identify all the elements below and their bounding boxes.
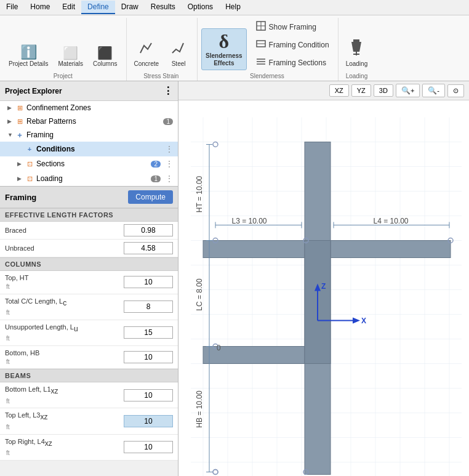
confinement-expander[interactable]: ▶ [7,105,15,111]
conditions-label: Conditions [36,145,163,153]
props-title: Framing [5,193,36,202]
top-right-label: Top Right, L4xzft [5,437,121,458]
menu-draw[interactable]: Draw [115,1,145,14]
unbraced-input[interactable] [124,242,173,254]
ribbon: ℹ️ Project Details ⬜ Materials ⬛ Columns… [0,15,469,81]
top-left-label: Top Left, L3xzft [5,411,121,431]
props-header: Framing Compute [0,187,178,208]
left-beam-top [203,241,305,258]
slenderness-group-label: Slenderness [201,70,333,79]
loading-buttons: Loading [342,19,372,70]
framing-condition-button[interactable]: Framing Condition [252,37,333,52]
3d-view-button[interactable]: 3D [374,84,393,97]
braced-label: Braced [5,226,121,235]
tree-item-rebar[interactable]: ▶ ⊞ Rebar Patterns 1 [0,115,178,128]
materials-button[interactable]: ⬜ Materials [54,44,87,70]
slenderness-button[interactable]: δ SlendernessEffects [201,28,246,70]
zoom-out-button[interactable]: 🔍- [422,84,445,97]
columns-icon: ⬛ [97,47,113,59]
bottom-left-input[interactable] [124,389,173,401]
stress-buttons: Concrete Steel [130,19,193,70]
bottom-hb-input[interactable] [124,351,173,363]
tree-item-sections[interactable]: ▶ ⊡ Sections 2 ⋮ [0,156,178,171]
menu-edit[interactable]: Edit [56,1,81,14]
show-framing-button[interactable]: Show Framing [252,19,333,34]
confinement-label: Confinement Zones [26,103,175,112]
loading-tree-icon: ⊡ [25,174,34,184]
ribbon-group-slenderness: δ SlendernessEffects Show Framing Framin… [199,18,339,81]
loading-button[interactable]: Loading [342,36,372,70]
ribbon-group-loading: Loading Loading [340,18,377,81]
tree-item-loading[interactable]: ▶ ⊡ Loading 1 ⋮ [0,171,178,186]
explorer-menu-icon[interactable]: ⋮ [163,85,173,97]
top-left-input[interactable] [124,415,173,427]
rebar-expander[interactable]: ▶ [7,118,15,124]
loading-menu[interactable]: ⋮ [163,173,175,184]
project-buttons: ℹ️ Project Details ⬜ Materials ⬛ Columns [5,19,121,70]
concrete-label: Concrete [134,60,159,68]
tree-item-confinement[interactable]: ▶ ⊞ Confinement Zones [0,101,178,115]
prop-unsupported: Unsupported Length, Luft [0,320,178,346]
xz-view-button[interactable]: XZ [329,84,349,97]
rebar-icon: ⊞ [15,116,25,126]
fit-view-button[interactable]: ⊙ [447,84,464,97]
rebar-label: Rebar Patterns [26,117,163,126]
menubar: File Home Edit Define Draw Results Optio… [0,0,469,15]
unsupported-input[interactable] [124,326,173,339]
tree-item-conditions[interactable]: + Conditions ⋮ [0,142,178,156]
steel-label: Steel [172,60,186,68]
beams-header: BEAMS [0,369,178,382]
columns-label: Columns [93,60,117,68]
total-cc-input[interactable] [124,301,173,313]
menu-options[interactable]: Options [182,1,219,14]
slenderness-icon: δ [219,31,230,51]
yz-view-button[interactable]: YZ [351,84,371,97]
loading-tree-expander[interactable]: ▶ [17,175,25,182]
zoom-in-icon: 🔍 [401,86,411,95]
project-details-button[interactable]: ℹ️ Project Details [5,43,52,70]
framing-condition-icon [255,38,267,51]
steel-button[interactable]: Steel [165,37,192,70]
loading-tree-label: Loading [36,174,151,183]
top-right-input[interactable] [124,441,173,453]
top-ht-input[interactable] [124,276,173,288]
conditions-menu[interactable]: ⋮ [163,143,175,155]
unsupported-label: Unsupported Length, Luft [5,323,121,343]
sections-icon: ⊡ [25,159,34,169]
menu-file[interactable]: File [0,1,24,14]
compute-button[interactable]: Compute [128,190,173,204]
menu-help[interactable]: Help [219,1,247,14]
zoom-in-button[interactable]: 🔍+ [396,84,420,97]
menu-define[interactable]: Define [81,1,115,14]
framing-sections-icon [255,56,267,69]
concrete-button[interactable]: Concrete [130,37,163,70]
eff-length-header: EFFECTIVE LENGTH FACTORS [0,208,178,222]
loading-group-label: Loading [342,70,372,79]
sections-badge: 2 [151,161,161,167]
sections-expander[interactable]: ▶ [17,161,25,167]
main-layout: Project Explorer ⋮ ▶ ⊞ Confinement Zones… [0,81,469,476]
menu-results[interactable]: Results [145,1,182,14]
columns-button[interactable]: ⬛ Columns [89,44,121,70]
show-framing-icon [255,20,267,33]
l3-label: L3 = 10.00 [231,217,267,225]
prop-unbraced: Unbraced [0,240,178,257]
top-ht-label: Top, HTft [5,273,121,291]
framing-sections-button[interactable]: Framing Sections [252,55,333,70]
properties-panel: Framing Compute EFFECTIVE LENGTH FACTORS… [0,187,178,476]
svg-marker-9 [351,42,361,52]
framing-expander[interactable]: ▼ [7,132,15,138]
framing-icon: + [15,130,25,140]
braced-input[interactable] [124,224,173,236]
framing-sections-label: Framing Sections [269,58,326,67]
show-framing-label: Show Framing [269,23,316,31]
tree-item-framing[interactable]: ▼ + Framing [0,128,178,142]
framing-condition-label: Framing Condition [269,41,329,49]
loading-badge: 1 [151,175,161,182]
project-group-label: Project [5,70,121,79]
menu-home[interactable]: Home [24,1,56,14]
sections-menu[interactable]: ⋮ [163,158,175,169]
framing-buttons: Show Framing Framing Condition Framing S… [252,19,333,70]
rebar-badge: 1 [163,118,173,125]
project-details-label: Project Details [9,60,48,68]
